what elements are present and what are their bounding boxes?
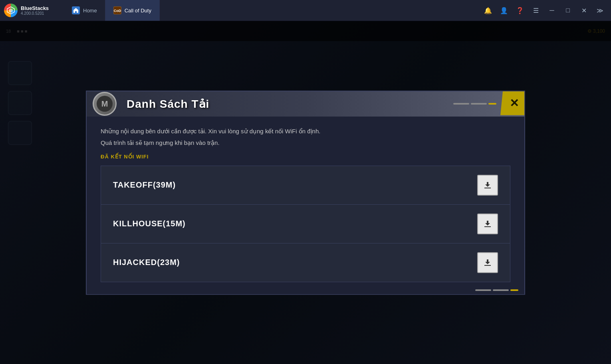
modal-header: M Danh Sách Tải ✕ — [87, 91, 524, 117]
download-arrow-icon-killhouse — [483, 219, 492, 229]
modal-logo: M — [93, 92, 117, 116]
modal-description-line1: Những nội dung bên dưới cần được tải. Xi… — [101, 127, 510, 136]
tab-home[interactable]: Home — [64, 0, 105, 21]
svg-rect-4 — [484, 188, 491, 188]
modal-logo-inner: M — [97, 96, 113, 112]
download-list: TAKEOFF(39M) KILLHOUSE(15M) — [101, 166, 510, 282]
svg-marker-1 — [9, 8, 13, 13]
download-button-hijacked[interactable] — [477, 252, 498, 273]
download-item-name-killhouse: KILLHOUSE(15M) — [113, 219, 186, 228]
modal-title: Danh Sách Tải — [127, 97, 209, 111]
tab-bar: Home CoD Call of Duty — [64, 0, 160, 21]
app-logo: BlueStacks 4.200.0.5201 — [0, 4, 64, 17]
download-item-hijacked: HIJACKED(23M) — [101, 243, 510, 282]
bottom-line-2 — [493, 289, 509, 291]
svg-rect-6 — [484, 265, 491, 266]
tab-call-of-duty[interactable]: CoD Call of Duty — [105, 0, 160, 21]
game-tab-icon: CoD — [113, 6, 121, 14]
header-decoration — [453, 103, 496, 105]
download-button-killhouse[interactable] — [477, 214, 498, 234]
maximize-button[interactable]: □ — [561, 3, 575, 18]
help-button[interactable]: ❓ — [513, 3, 527, 18]
download-button-takeoff[interactable] — [477, 175, 498, 196]
modal-overlay: M Danh Sách Tải ✕ Những nội dung bên dướ… — [0, 21, 611, 364]
app-name: BlueStacks — [21, 5, 49, 11]
game-tab-label: Call of Duty — [125, 8, 151, 14]
bell-button[interactable]: 🔔 — [481, 3, 495, 18]
line-1 — [453, 103, 469, 105]
home-tab-label: Home — [83, 8, 97, 14]
window-controls: 🔔 👤 ❓ ☰ ─ □ ✕ ≫ — [481, 3, 611, 18]
more-button[interactable]: ≫ — [593, 3, 607, 18]
bottom-decoration — [475, 289, 518, 291]
game-background: 18 ■ ■ ■ ⚙ 3,100 M Danh Sách Tải — [0, 21, 611, 364]
home-tab-icon — [72, 6, 80, 14]
download-arrow-icon-takeoff — [483, 180, 492, 190]
line-2 — [471, 103, 487, 105]
download-item-killhouse: KILLHOUSE(15M) — [101, 205, 510, 243]
menu-button[interactable]: ☰ — [529, 3, 543, 18]
bottom-line-accent — [510, 289, 518, 291]
download-item-takeoff: TAKEOFF(39M) — [101, 166, 510, 205]
download-item-name-takeoff: TAKEOFF(39M) — [113, 180, 176, 190]
titlebar: BlueStacks 4.200.0.5201 Home CoD Call of… — [0, 0, 611, 21]
bluestacks-icon — [4, 4, 18, 17]
svg-text:CoD: CoD — [114, 9, 121, 13]
close-icon: ✕ — [510, 97, 519, 110]
app-info: BlueStacks 4.200.0.5201 — [21, 5, 49, 16]
download-item-name-hijacked: HIJACKED(23M) — [113, 258, 180, 267]
user-button[interactable]: 👤 — [497, 3, 511, 18]
app-version: 4.200.0.5201 — [21, 11, 49, 16]
svg-rect-5 — [484, 226, 491, 227]
modal-description-line2: Quá trình tải sẽ tạm ngưng khi bạn vào t… — [101, 138, 510, 148]
line-accent — [488, 103, 496, 105]
download-arrow-icon-hijacked — [483, 258, 492, 267]
modal-close-button[interactable]: ✕ — [500, 91, 524, 115]
minimize-button[interactable]: ─ — [545, 3, 559, 18]
bottom-line-1 — [475, 289, 491, 291]
close-button[interactable]: ✕ — [577, 3, 591, 18]
modal-body: Những nội dung bên dưới cần được tải. Xi… — [87, 117, 524, 294]
download-list-modal: M Danh Sách Tải ✕ Những nội dung bên dướ… — [86, 91, 525, 295]
wifi-status-label: ĐÃ KẾT NỐI WIFI — [101, 154, 510, 160]
